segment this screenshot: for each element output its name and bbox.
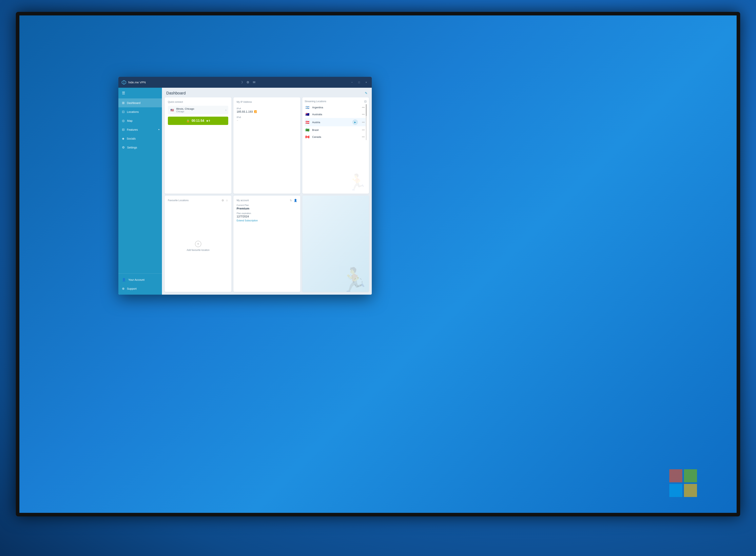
- canada-flag: 🇨🇦: [305, 135, 310, 139]
- sidebar-item-settings[interactable]: ⚙ Settings: [118, 143, 162, 152]
- streaming-title: Streaming Locations: [305, 100, 326, 103]
- account-user-icon[interactable]: 👤: [294, 199, 297, 202]
- bg-bubble1: ◌: [353, 274, 363, 288]
- locations-icon: ⊡: [122, 110, 124, 114]
- mail-icon[interactable]: ✉: [253, 80, 255, 84]
- austria-play-button[interactable]: ▶: [352, 119, 358, 125]
- streaming-item-austria[interactable]: 🇦🇹 Austria ▶ •••: [305, 118, 367, 126]
- austria-flag: 🇦🇹: [305, 120, 310, 124]
- main-content: Dashboard ✎ Quick connect 🇺🇸 Illinois, C…: [162, 88, 372, 294]
- sidebar-item-map[interactable]: ◎ Map: [118, 116, 162, 125]
- dashboard-icon: ⊞: [122, 101, 124, 105]
- location-selector[interactable]: 🇺🇸 Illinois, Chicago Chicago ›: [168, 106, 228, 114]
- page-title: Dashboard: [166, 91, 186, 96]
- close-button[interactable]: ×: [364, 80, 369, 85]
- window-title: hide.me VPN: [128, 80, 146, 84]
- maximize-button[interactable]: □: [357, 80, 361, 85]
- qc-city: Illinois, Chicago: [176, 107, 223, 110]
- expiry-label: Plan expiration: [237, 212, 297, 214]
- account-title: My account: [237, 199, 249, 202]
- dashboard-grid: Quick connect 🇺🇸 Illinois, Chicago Chica…: [162, 97, 372, 294]
- add-fav-label: Add favourite location: [187, 249, 209, 251]
- expiry-value: 12/7/2024: [237, 215, 297, 218]
- sidebar-item-features[interactable]: ⊟ Features ▾: [118, 125, 162, 134]
- ipv6-label: IPv6: [237, 116, 297, 118]
- hamburger-menu[interactable]: ☰: [118, 88, 162, 98]
- brasil-name: Brasil: [312, 129, 359, 132]
- settings-icon[interactable]: ⚙: [247, 80, 249, 84]
- chevron-down-icon: ▾: [158, 128, 159, 131]
- favourite-title: Favourite Locations: [168, 199, 189, 202]
- streaming-item-australia[interactable]: 🇦🇺 Australia •••: [305, 111, 367, 117]
- ipv4-label: IPv4: [237, 107, 297, 110]
- sidebar-label-socials: Socials: [127, 137, 136, 140]
- quick-connect-title: Quick connect: [168, 101, 228, 103]
- brasil-more[interactable]: •••: [361, 128, 366, 132]
- favourite-locations-card: Favourite Locations ⚙ ☆ + Add favourite …: [165, 196, 231, 292]
- streaming-list: 🇦🇷 Argentina ••• 🇦🇺 Australia ••• 🇦🇹: [305, 104, 367, 140]
- streaming-item-brasil[interactable]: 🇧🇷 Brasil •••: [305, 127, 367, 133]
- qc-chevron-icon: ›: [225, 109, 226, 111]
- map-icon: ◎: [122, 119, 125, 123]
- extend-subscription-link[interactable]: Extend Subscription: [237, 219, 297, 222]
- sidebar-label-map: Map: [127, 119, 133, 123]
- us-flag: 🇺🇸: [170, 108, 174, 112]
- minimize-button[interactable]: −: [350, 80, 354, 85]
- ip-address-card: My IP Address IPv4 185.93.1.193 📶 IPv6 −: [233, 97, 300, 194]
- app-logo: [121, 80, 126, 85]
- gear-fav-icon[interactable]: ⚙: [221, 199, 224, 202]
- qc-state: Chicago: [176, 110, 223, 113]
- sidebar-item-socials[interactable]: ◈ Socials: [118, 134, 162, 143]
- sidebar-item-account[interactable]: 👤 Your Account: [118, 275, 162, 284]
- quick-connect-card: Quick connect 🇺🇸 Illinois, Chicago Chica…: [165, 97, 231, 194]
- sidebar: ☰ ⊞ Dashboard ⊡ Locations ◎ Map ⊟ Featur…: [118, 88, 162, 294]
- refresh-icon[interactable]: ↻: [290, 199, 292, 202]
- ip-card-title: My IP Address: [237, 101, 297, 103]
- bg-decorative: 🏃: [347, 173, 367, 192]
- australia-flag: 🇦🇺: [305, 112, 310, 116]
- title-bar: hide.me VPN ☽ ⚙ ✉ − □ ×: [118, 77, 372, 88]
- canada-more[interactable]: •••: [361, 135, 366, 139]
- sidebar-item-locations[interactable]: ⊡ Locations: [118, 107, 162, 116]
- argentina-more[interactable]: •••: [361, 106, 366, 109]
- signal-indicator: ◆ 9: [206, 119, 210, 122]
- scroll-thumb[interactable]: [366, 104, 367, 116]
- signal-icon: 📶: [254, 110, 257, 113]
- sidebar-label-settings: Settings: [127, 146, 137, 149]
- argentina-name: Argentina: [312, 106, 359, 109]
- sidebar-item-support[interactable]: ⊕ Support: [118, 284, 162, 293]
- support-icon: ⊕: [122, 287, 124, 290]
- canada-name: Canada: [312, 135, 359, 138]
- argentina-flag: 🇦🇷: [305, 106, 310, 109]
- ipv4-value: 185.93.1.193: [237, 110, 253, 113]
- account-icon: 👤: [122, 278, 126, 282]
- streaming-locations-card: Streaming Locations ⊡ 🇦🇷 Argentina •••: [302, 97, 369, 194]
- sidebar-label-dashboard: Dashboard: [127, 101, 141, 105]
- features-icon: ⊟: [122, 128, 124, 132]
- add-favourite-button[interactable]: + Add favourite location: [168, 204, 228, 289]
- australia-more[interactable]: •••: [361, 112, 366, 116]
- plan-label: Current Plan: [237, 204, 297, 206]
- sidebar-label-support: Support: [127, 287, 137, 290]
- plan-value: Premium: [237, 207, 297, 210]
- socials-icon: ◈: [122, 137, 124, 140]
- sidebar-item-dashboard[interactable]: ⊞ Dashboard: [118, 98, 162, 107]
- connection-timer: 00:11:54: [192, 119, 204, 123]
- ipv6-value: −: [237, 119, 297, 122]
- expand-icon[interactable]: ⊡: [364, 100, 367, 103]
- my-account-card: My account ↻ 👤 Current Plan Premium Plan…: [233, 196, 300, 292]
- streaming-item-argentina[interactable]: 🇦🇷 Argentina •••: [305, 104, 367, 111]
- bg-bubble2: ◌: [348, 273, 353, 280]
- plus-icon: +: [195, 241, 201, 247]
- connect-button[interactable]: 🔒 00:11:54 ◆ 9: [168, 117, 228, 125]
- streaming-item-canada[interactable]: 🇨🇦 Canada •••: [305, 134, 367, 140]
- main-header: Dashboard ✎: [162, 88, 372, 97]
- vpn-window: hide.me VPN ☽ ⚙ ✉ − □ × ☰ ⊞ Dashboard: [118, 77, 372, 294]
- sidebar-label-account: Your Account: [128, 278, 145, 281]
- sidebar-label-features: Features: [127, 128, 138, 131]
- austria-more[interactable]: •••: [361, 120, 366, 124]
- star-icon[interactable]: ☆: [226, 199, 228, 202]
- app-body: ☰ ⊞ Dashboard ⊡ Locations ◎ Map ⊟ Featur…: [118, 88, 372, 294]
- edit-icon[interactable]: ✎: [365, 91, 367, 95]
- moon-icon[interactable]: ☽: [240, 80, 243, 84]
